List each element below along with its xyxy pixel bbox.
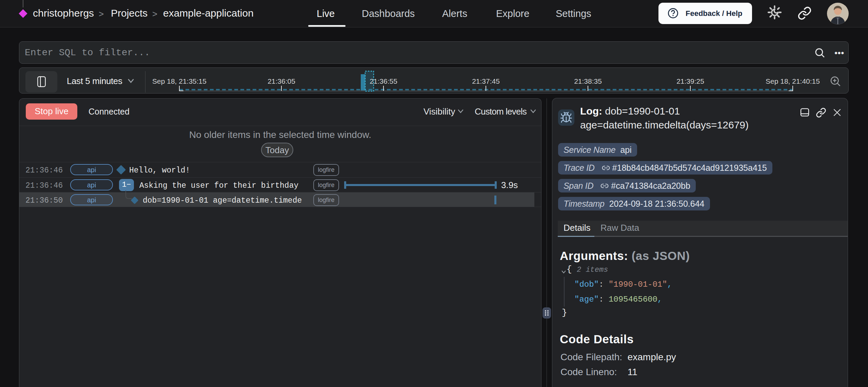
- svg-text:21:39:25: 21:39:25: [676, 77, 704, 85]
- svg-text:21:36:55: 21:36:55: [370, 77, 397, 85]
- svg-text:21:38:35: 21:38:35: [574, 77, 602, 85]
- svg-text:21:36:05: 21:36:05: [268, 77, 295, 85]
- svg-text:21:37:45: 21:37:45: [472, 77, 500, 85]
- svg-text:Sep 18, 21:40:15: Sep 18, 21:40:15: [766, 77, 820, 85]
- svg-text:Sep 18, 21:35:15: Sep 18, 21:35:15: [152, 77, 206, 85]
